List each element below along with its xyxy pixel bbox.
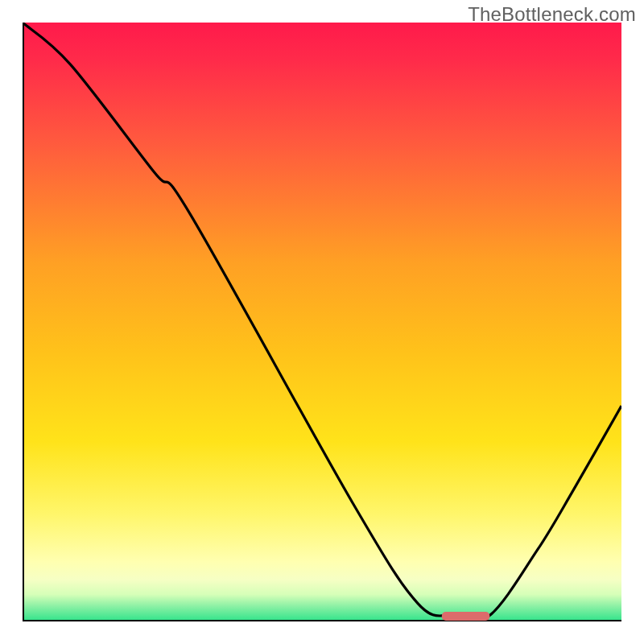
chart-background	[23, 23, 621, 621]
optimal-marker	[442, 612, 490, 621]
chart-svg	[23, 23, 621, 621]
bottleneck-chart	[23, 23, 621, 621]
